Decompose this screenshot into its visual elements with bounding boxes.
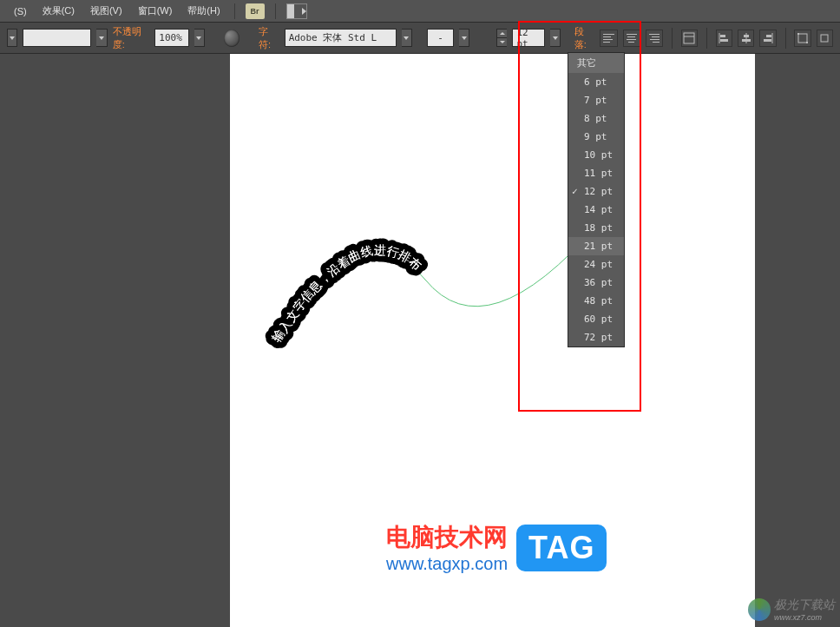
dropdown-item[interactable]: 12 pt bbox=[568, 182, 624, 201]
character-label: 字符: bbox=[259, 25, 278, 51]
dropdown-item[interactable]: 8 pt bbox=[568, 109, 624, 128]
svg-rect-4 bbox=[720, 39, 728, 42]
chevron-down-icon[interactable] bbox=[7, 29, 17, 47]
watermark-title: 电脑技术网 bbox=[386, 521, 508, 554]
path-text[interactable]: 输入文字信息，沿着曲线进行排布 bbox=[270, 243, 424, 344]
paragraph-label: 段落: bbox=[574, 25, 594, 51]
separator bbox=[234, 3, 235, 19]
anchor-point-icon bbox=[272, 339, 274, 341]
dropdown-item[interactable]: 72 pt bbox=[568, 328, 624, 346]
svg-rect-0 bbox=[684, 33, 694, 43]
menu-s[interactable]: (S) bbox=[7, 3, 34, 19]
chevron-down-icon[interactable] bbox=[402, 29, 412, 47]
menu-window[interactable]: 窗口(W) bbox=[131, 2, 180, 20]
menu-help[interactable]: 帮助(H) bbox=[180, 2, 226, 20]
watermark2-title: 极光下载站 bbox=[774, 597, 835, 613]
dropdown-item[interactable]: 11 pt bbox=[568, 164, 624, 182]
font-family-input[interactable]: Adobe 宋体 Std L bbox=[285, 29, 397, 47]
isolate-icon[interactable] bbox=[817, 30, 833, 47]
dropdown-item[interactable]: 24 pt bbox=[568, 255, 624, 274]
align-obj-left-button[interactable] bbox=[716, 30, 732, 47]
svg-rect-10 bbox=[764, 39, 771, 42]
watermark2-url: www.xz7.com bbox=[774, 613, 835, 622]
panel-icon-1[interactable] bbox=[681, 30, 698, 47]
watermark-url: www.tagxp.com bbox=[386, 554, 508, 574]
menu-view[interactable]: 视图(V) bbox=[83, 2, 129, 20]
dropdown-item[interactable]: 9 pt bbox=[568, 128, 624, 146]
opacity-input[interactable]: 100% bbox=[154, 29, 188, 47]
transform-icon[interactable] bbox=[794, 30, 810, 47]
separator bbox=[706, 28, 707, 49]
font-size-dropdown-arrow[interactable] bbox=[550, 29, 561, 47]
svg-rect-9 bbox=[766, 35, 771, 37]
align-obj-right-button[interactable] bbox=[759, 30, 776, 47]
font-size-dropdown[interactable]: 其它 6 pt7 pt8 pt9 pt10 pt11 pt12 pt14 pt1… bbox=[568, 52, 625, 347]
dropdown-item[interactable]: 10 pt bbox=[568, 146, 624, 164]
svg-rect-11 bbox=[798, 34, 807, 43]
dropdown-item[interactable]: 60 pt bbox=[568, 310, 624, 328]
dropdown-item[interactable]: 48 pt bbox=[568, 292, 624, 310]
align-right-button[interactable] bbox=[646, 30, 663, 47]
dropdown-item[interactable]: 18 pt bbox=[568, 219, 624, 237]
dropdown-item[interactable]: 7 pt bbox=[568, 91, 624, 109]
menubar: (S) 效果(C) 视图(V) 窗口(W) 帮助(H) Br bbox=[0, 0, 840, 23]
svg-rect-3 bbox=[720, 35, 725, 37]
opacity-label: 不透明度: bbox=[113, 25, 148, 51]
layout-switcher-icon[interactable] bbox=[286, 3, 307, 19]
menu-effects[interactable]: 效果(C) bbox=[36, 2, 82, 20]
field-1[interactable] bbox=[23, 29, 91, 47]
path-text-overlay: 输入文字信息，沿着曲线进行排布 bbox=[270, 243, 424, 344]
style-target-icon[interactable] bbox=[224, 30, 239, 47]
bridge-icon[interactable]: Br bbox=[246, 3, 265, 19]
chevron-down-icon[interactable] bbox=[459, 29, 469, 47]
svg-rect-14 bbox=[821, 35, 828, 42]
font-size-input[interactable]: 12 pt bbox=[512, 29, 545, 47]
svg-rect-7 bbox=[742, 39, 751, 42]
align-obj-center-button[interactable] bbox=[738, 30, 754, 47]
separator bbox=[785, 28, 786, 49]
dropdown-item[interactable]: 21 pt bbox=[568, 237, 624, 255]
align-left-button[interactable] bbox=[600, 30, 617, 47]
chevron-down-icon[interactable] bbox=[194, 29, 205, 47]
options-toolbar: 不透明度: 100% 字符: Adobe 宋体 Std L - 12 pt 段落… bbox=[0, 23, 840, 54]
dropdown-item[interactable]: 36 pt bbox=[568, 274, 624, 292]
globe-icon bbox=[748, 598, 771, 621]
separator bbox=[275, 3, 276, 19]
chevron-down-icon[interactable] bbox=[96, 29, 107, 47]
dropdown-header[interactable]: 其它 bbox=[568, 53, 624, 73]
svg-rect-6 bbox=[744, 35, 749, 37]
font-size-stepper[interactable] bbox=[496, 29, 507, 47]
separator bbox=[672, 28, 673, 49]
svg-rect-13 bbox=[806, 42, 808, 43]
dropdown-item[interactable]: 6 pt bbox=[568, 73, 624, 91]
watermark-tag-badge: TAG bbox=[516, 525, 607, 571]
font-weight-input[interactable]: - bbox=[427, 29, 454, 47]
watermark-tagxp: 电脑技术网 www.tagxp.com TAG bbox=[386, 521, 607, 574]
watermark-xz7: 极光下载站 www.xz7.com bbox=[748, 597, 835, 622]
align-center-button[interactable] bbox=[623, 30, 640, 47]
svg-rect-12 bbox=[797, 33, 799, 35]
dropdown-item[interactable]: 14 pt bbox=[568, 201, 624, 219]
